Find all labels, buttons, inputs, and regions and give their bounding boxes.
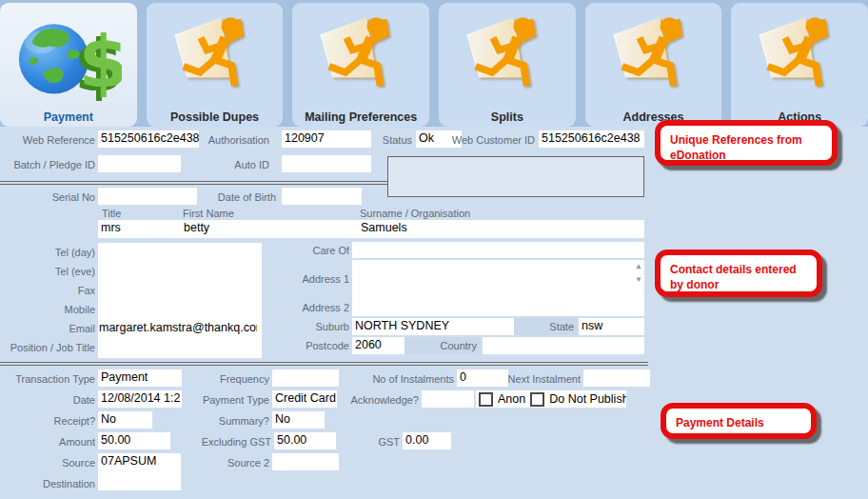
- do-not-publish-checkbox-label: Do Not Publish?: [549, 392, 626, 407]
- email-label: Email: [8, 323, 95, 334]
- first-name-field[interactable]: betty: [181, 220, 357, 238]
- state-field[interactable]: nsw: [579, 318, 644, 335]
- tab-actions[interactable]: Actions: [731, 3, 868, 127]
- source-label: Source: [8, 457, 95, 469]
- postcode-label: Postcode: [286, 340, 349, 351]
- callout-payment-details: Payment Details: [661, 403, 817, 439]
- auto-id-field[interactable]: [282, 155, 371, 172]
- authorisation-label: Authorisation: [200, 134, 269, 146]
- acknowledge-field[interactable]: [422, 390, 474, 408]
- source2-label: Source 2: [200, 457, 269, 469]
- anon-checkbox[interactable]: [479, 392, 493, 407]
- tab-mailing-preferences[interactable]: Mailing Preferences: [292, 3, 429, 127]
- contact-numbers-box[interactable]: margaret.kamstra@thankq.com: [98, 243, 262, 358]
- running-man-icon: [757, 3, 842, 110]
- callout-contact-details: Contact details entered by donor: [655, 250, 822, 297]
- tab-possible-dupes-label: Possible Dupes: [170, 110, 259, 126]
- serial-no-label: Serial No: [8, 191, 95, 203]
- address-field[interactable]: ▲ ▼: [352, 260, 644, 316]
- svg-text:$: $: [78, 19, 121, 101]
- suburb-field[interactable]: NORTH SYDNEY: [352, 318, 514, 335]
- country-label: Country: [404, 337, 481, 354]
- date-of-birth-label: Date of Birth: [188, 191, 276, 203]
- auto-id-label: Auto ID: [200, 159, 269, 170]
- tel-day-label: Tel (day): [8, 247, 95, 258]
- summary-label: Summary?: [200, 415, 269, 427]
- title-field[interactable]: mrs: [98, 220, 179, 238]
- batch-pledge-id-label: Batch / Pledge ID: [8, 159, 95, 170]
- transaction-type-field[interactable]: Payment: [98, 369, 182, 387]
- web-reference-label: Web Reference: [8, 134, 95, 146]
- source-field[interactable]: 07APSUM: [98, 453, 181, 470]
- state-label: State: [514, 318, 578, 335]
- acknowledge-label: Acknowledge?: [338, 394, 419, 406]
- section-divider: [0, 181, 387, 185]
- postcode-field[interactable]: 2060: [352, 337, 404, 354]
- gst-field[interactable]: 0.00: [403, 432, 451, 449]
- scroll-up-icon[interactable]: ▲: [635, 263, 642, 270]
- country-field[interactable]: [483, 337, 644, 354]
- amount-label: Amount: [8, 436, 95, 448]
- section-divider: [0, 362, 648, 366]
- date-of-birth-field[interactable]: [282, 188, 362, 205]
- excluding-gst-label: Excluding GST: [188, 436, 271, 448]
- next-instalment-label: Next Instalment: [507, 373, 581, 385]
- next-instalment-field[interactable]: [583, 369, 650, 387]
- source2-field[interactable]: [272, 453, 339, 470]
- address1-label: Address 1: [286, 273, 349, 285]
- receipt-label: Receipt?: [8, 415, 95, 427]
- scroll-down-icon[interactable]: ▼: [635, 276, 642, 284]
- running-man-icon: [464, 3, 550, 110]
- notes-display-box: [387, 156, 644, 197]
- excluding-gst-field[interactable]: 50.00: [274, 432, 336, 449]
- surname-label: Surname / Organisation: [360, 208, 512, 219]
- serial-no-field[interactable]: [98, 188, 197, 205]
- tab-addresses[interactable]: Addresses: [585, 3, 722, 127]
- authorisation-field[interactable]: 120907: [282, 130, 371, 148]
- tab-possible-dupes[interactable]: Possible Dupes: [147, 3, 284, 127]
- running-man-icon: [611, 3, 697, 110]
- running-man-icon: [172, 3, 258, 110]
- date-label: Date: [8, 394, 95, 406]
- no-of-instalments-label: No of Instalments: [362, 373, 454, 385]
- summary-field[interactable]: No: [272, 411, 325, 429]
- batch-pledge-id-field[interactable]: [98, 155, 181, 172]
- suburb-label: Suburb: [286, 321, 349, 332]
- anon-checkbox-label: Anon: [498, 392, 525, 407]
- frequency-label: Frequency: [200, 373, 269, 385]
- fax-label: Fax: [8, 285, 95, 296]
- first-name-label: First Name: [183, 208, 259, 219]
- web-customer-id-label: Web Customer ID: [444, 134, 535, 146]
- receipt-field[interactable]: No: [98, 411, 152, 429]
- no-of-instalments-field[interactable]: 0: [457, 369, 508, 387]
- destination-label: Destination: [8, 478, 95, 489]
- care-of-field[interactable]: [352, 242, 644, 258]
- gst-label: GST: [371, 436, 400, 448]
- title-label: Title: [102, 208, 159, 219]
- web-reference-field[interactable]: 515250616c2e438: [98, 130, 199, 148]
- callout-unique-references: Unique References from eDonation: [655, 120, 838, 166]
- running-man-icon: [318, 3, 404, 110]
- tab-payment[interactable]: $ $ Payment: [0, 3, 137, 127]
- address-scrollbar[interactable]: ▲ ▼: [635, 263, 642, 284]
- frequency-field[interactable]: [272, 369, 339, 387]
- tel-eve-label: Tel (eve): [8, 266, 95, 277]
- do-not-publish-checkbox[interactable]: [530, 392, 544, 407]
- tab-bar: $ $ Payment Possible Dupes: [0, 0, 868, 127]
- payment-type-label: Payment Type: [190, 394, 269, 406]
- surname-field[interactable]: Samuels: [358, 220, 644, 238]
- destination-field[interactable]: [98, 470, 181, 490]
- amount-field[interactable]: 50.00: [98, 432, 170, 449]
- email-field[interactable]: margaret.kamstra@thankq.com: [99, 321, 257, 335]
- transaction-type-label: Transaction Type: [3, 373, 95, 385]
- address2-label: Address 2: [286, 302, 349, 313]
- status-label: Status: [374, 134, 412, 146]
- care-of-label: Care Of: [286, 245, 349, 256]
- web-customer-id-field[interactable]: 515250616c2e438: [539, 130, 644, 148]
- tab-splits[interactable]: Splits: [439, 3, 576, 127]
- publish-options-strip: Anon Do Not Publish?: [476, 390, 626, 408]
- date-field[interactable]: 12/08/2014 1:2: [98, 390, 182, 408]
- tab-payment-label: Payment: [44, 110, 93, 126]
- mobile-label: Mobile: [8, 304, 95, 315]
- payment-type-field[interactable]: Credit Card: [272, 390, 337, 408]
